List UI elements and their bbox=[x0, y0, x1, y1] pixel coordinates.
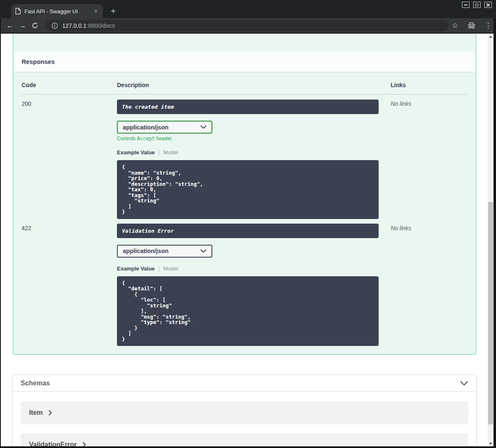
example-json-block: { "name": "string", "price": 0, "descrip… bbox=[117, 160, 379, 219]
url-text: 127.0.0.1:8000/docs bbox=[62, 22, 115, 29]
minimize-button[interactable] bbox=[462, 2, 469, 8]
model-name: Item bbox=[29, 409, 43, 416]
note-code: Accept bbox=[137, 136, 155, 141]
responses-section-header: Responses bbox=[13, 51, 476, 72]
example-json-block: { "detail": [ { "loc": [ "string" ], "ms… bbox=[117, 276, 379, 346]
close-icon bbox=[486, 3, 490, 7]
response-description-box: Validation Error bbox=[117, 224, 379, 238]
responses-title: Responses bbox=[22, 58, 55, 65]
chevron-right-icon bbox=[49, 410, 52, 416]
scroll-up-button[interactable] bbox=[488, 34, 494, 39]
window-border-left bbox=[0, 18, 1, 448]
close-button[interactable] bbox=[484, 2, 492, 8]
tab-model[interactable]: Model bbox=[159, 265, 178, 272]
forward-button[interactable]: → bbox=[16, 19, 29, 32]
model-item-row[interactable]: Item bbox=[21, 401, 468, 424]
opblock-body-spacer bbox=[13, 34, 476, 51]
responses-panel: Responses Code Description Links 200 The… bbox=[13, 34, 476, 355]
incognito-icon bbox=[467, 22, 476, 29]
reload-button[interactable] bbox=[29, 19, 41, 32]
response-description-text: Validation Error bbox=[122, 228, 174, 234]
response-description-box: The created item bbox=[117, 100, 379, 114]
maximize-icon bbox=[475, 4, 479, 6]
responses-table: Code Description Links 200 The created i… bbox=[13, 72, 476, 346]
window-border-right bbox=[494, 18, 496, 448]
browser-tab[interactable]: Fast API - Swagger UI × bbox=[11, 4, 103, 18]
response-code: 422 bbox=[22, 224, 117, 346]
titlebar: Fast API - Swagger UI × + bbox=[0, 0, 496, 18]
scrollbar-thumb[interactable] bbox=[488, 202, 493, 424]
browser-menu-button[interactable]: ⋮ bbox=[484, 21, 493, 30]
chevron-down-icon[interactable] bbox=[460, 381, 468, 386]
window-controls bbox=[462, 2, 492, 8]
page-content: Responses Code Description Links 200 The… bbox=[1, 34, 494, 446]
example-model-tabs: Example Value Model bbox=[117, 149, 391, 156]
media-type-value: application/json bbox=[123, 124, 168, 131]
incognito-button[interactable] bbox=[467, 22, 476, 29]
info-icon bbox=[51, 22, 58, 29]
note-prefix: Controls bbox=[117, 136, 137, 141]
scroll-down-button[interactable] bbox=[488, 441, 494, 446]
media-type-value: application/json bbox=[123, 248, 168, 254]
responses-table-header: Code Description Links bbox=[22, 82, 467, 95]
note-suffix: header. bbox=[155, 136, 173, 141]
scroll-up-icon bbox=[489, 36, 492, 38]
bookmark-star-button[interactable]: ☆ bbox=[450, 21, 460, 30]
col-header-code: Code bbox=[22, 82, 117, 88]
schemas-title: Schemas bbox=[21, 380, 50, 387]
browser-toolbar: ← → 127.0.0.1:8000/docs ☆ bbox=[0, 18, 496, 34]
maximize-button[interactable] bbox=[473, 2, 481, 8]
response-links: No links bbox=[391, 224, 467, 346]
toolbar-right: ☆ ⋮ bbox=[450, 18, 493, 33]
window-border-bottom bbox=[0, 446, 496, 448]
response-links: No links bbox=[391, 99, 467, 219]
tab-example-value[interactable]: Example Value bbox=[117, 149, 159, 156]
response-description-cell: The created item application/json Contro… bbox=[117, 99, 391, 219]
col-header-description: Description bbox=[117, 82, 391, 88]
document-icon bbox=[15, 8, 21, 15]
response-row-200: 200 The created item application/json Co… bbox=[22, 95, 467, 219]
chevron-down-icon bbox=[200, 125, 207, 129]
tab-close-icon[interactable]: × bbox=[92, 7, 100, 15]
model-validationerror-row[interactable]: ValidationError bbox=[21, 433, 468, 446]
site-info-button[interactable] bbox=[51, 22, 58, 29]
response-description-cell: Validation Error application/json Exampl… bbox=[117, 224, 391, 346]
tab-model[interactable]: Model bbox=[159, 149, 178, 156]
response-description-text: The created item bbox=[122, 104, 174, 110]
address-bar[interactable]: 127.0.0.1:8000/docs bbox=[46, 20, 449, 32]
schemas-body: Item ValidationError bbox=[12, 392, 477, 446]
reload-icon bbox=[32, 22, 39, 29]
media-type-select[interactable]: application/json bbox=[117, 245, 212, 258]
response-row-422: 422 Validation Error application/json bbox=[22, 219, 467, 346]
schemas-section: Schemas Item ValidationError bbox=[12, 375, 477, 446]
schemas-header[interactable]: Schemas bbox=[12, 375, 477, 392]
chevron-down-icon bbox=[200, 249, 207, 253]
minimize-icon bbox=[464, 5, 467, 5]
response-code: 200 bbox=[22, 99, 117, 219]
url-path: :8000/docs bbox=[86, 22, 115, 29]
browser-window: Fast API - Swagger UI × + ← → bbox=[0, 0, 496, 448]
back-button[interactable]: ← bbox=[4, 19, 16, 32]
chevron-right-icon bbox=[83, 442, 86, 446]
col-header-links: Links bbox=[391, 82, 467, 88]
new-tab-button[interactable]: + bbox=[108, 6, 119, 17]
page-scrollbar[interactable] bbox=[488, 34, 494, 446]
url-host: 127.0.0.1 bbox=[62, 22, 86, 29]
tab-example-value[interactable]: Example Value bbox=[117, 265, 159, 272]
scroll-down-icon bbox=[489, 443, 492, 445]
example-model-tabs: Example Value Model bbox=[117, 265, 391, 272]
accept-header-note: Controls Accept header. bbox=[117, 136, 391, 141]
model-name: ValidationError bbox=[29, 441, 77, 446]
tab-title: Fast API - Swagger UI bbox=[24, 8, 92, 15]
media-type-select[interactable]: application/json bbox=[117, 121, 212, 134]
